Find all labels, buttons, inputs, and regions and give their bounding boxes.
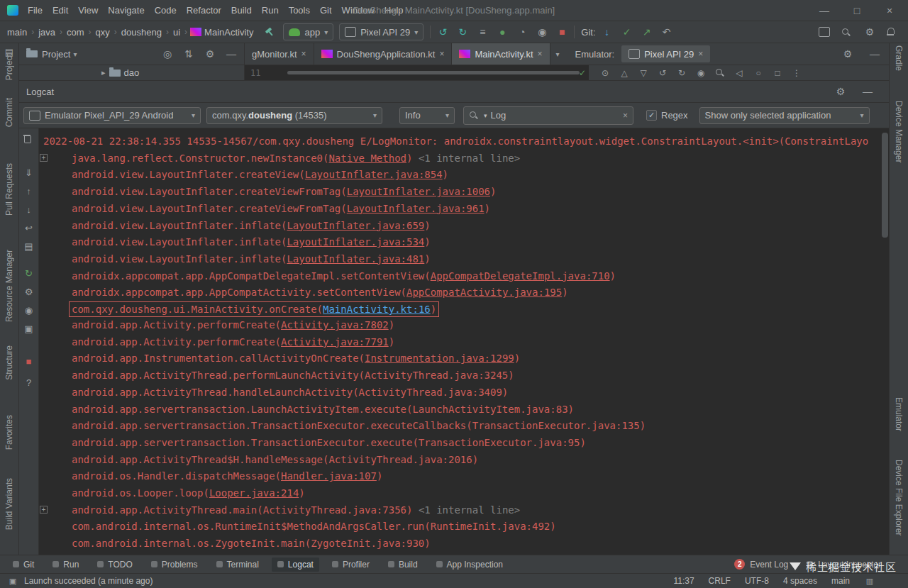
stack-frame-link[interactable]: LayoutInflater.java:659 (287, 220, 424, 231)
expand-trace-icon[interactable]: + (40, 506, 48, 514)
line-ending-widget[interactable]: CRLF (709, 576, 731, 586)
hide-panel-icon[interactable]: — (226, 48, 237, 60)
clear-logcat-icon[interactable] (23, 134, 35, 143)
zoom-icon[interactable] (715, 68, 725, 78)
screen-record-icon[interactable]: ▣ (23, 323, 35, 335)
settings-gear-icon[interactable]: ⚙ (835, 86, 846, 97)
git-branch-widget[interactable]: main (831, 576, 850, 586)
back-icon[interactable]: ◁ (734, 68, 744, 78)
log-search-input[interactable]: ▾ Log × (463, 106, 633, 125)
breadcrumb-item[interactable]: com (65, 27, 86, 38)
breadcrumb-item[interactable]: main (6, 27, 28, 38)
apply-changes-icon[interactable]: ↻ (457, 26, 468, 38)
tool-button-profiler[interactable]: Profiler (326, 558, 375, 572)
volume-down-icon[interactable]: ▽ (638, 68, 648, 78)
up-stack-trace-icon[interactable]: ↑ (23, 186, 35, 197)
stack-frame-link[interactable]: Handler.java:107 (281, 470, 377, 482)
tool-button-build[interactable]: Build (382, 558, 423, 572)
kotlin-file-icon[interactable] (190, 28, 201, 36)
tree-item-dao[interactable]: dao (124, 67, 140, 78)
search-everywhere-icon[interactable] (841, 28, 853, 37)
stop-icon[interactable]: ■ (23, 356, 35, 367)
inspections-ok-icon[interactable]: ✓ (579, 68, 586, 78)
tool-stripe-project[interactable]: Project (0, 54, 18, 80)
stack-frame-link[interactable]: Instrumentation.java:1299 (365, 353, 514, 364)
sync-project-icon[interactable]: ↺ (437, 26, 448, 38)
help-icon[interactable]: ? (23, 377, 35, 389)
stack-frame-link[interactable]: Native Method (328, 152, 406, 164)
editor-tab-mainactivity-kt[interactable]: MainActivity.kt× (452, 43, 550, 65)
build-hammer-icon[interactable] (265, 27, 276, 37)
attach-debugger-icon[interactable]: ◉ (536, 26, 548, 38)
scope-filter-select[interactable]: Show only selected application ▾ (699, 107, 870, 124)
minimize-button[interactable]: — (819, 5, 830, 16)
expand-trace-icon[interactable]: + (40, 154, 48, 162)
menu-run[interactable]: Run (257, 3, 284, 18)
breadcrumb-item[interactable]: ui (172, 27, 182, 38)
stack-frame-link[interactable]: AppCompatActivity.java:195 (406, 287, 562, 298)
git-commit-icon[interactable]: ✓ (621, 26, 633, 38)
close-tab-icon[interactable]: × (538, 49, 543, 59)
tool-stripe-build-variants[interactable]: Build Variants (0, 478, 18, 530)
stack-frame-link[interactable]: LayoutInflater.java:481 (287, 253, 424, 265)
close-tab-icon[interactable]: × (439, 49, 444, 59)
chevron-right-icon[interactable]: ▸ (101, 68, 106, 77)
tool-stripe-gradle[interactable]: Gradle (890, 45, 908, 71)
regex-checkbox[interactable]: ✓ (646, 110, 657, 121)
tool-stripe-pull-requests[interactable]: Pull Requests (0, 163, 18, 216)
menu-file[interactable]: File (23, 3, 48, 18)
stack-frame-link[interactable]: Activity.java:7802 (281, 319, 389, 331)
tool-button-app-inspection[interactable]: App Inspection (431, 558, 509, 572)
tool-stripe-structure[interactable]: Structure (0, 345, 18, 380)
print-icon[interactable]: ▤ (23, 241, 35, 253)
tool-button-logcat[interactable]: Logcat (272, 558, 319, 572)
menu-view[interactable]: View (73, 3, 103, 18)
event-log-button[interactable]: 2 Event Log (734, 559, 788, 570)
debug-icon[interactable]: ● (497, 26, 508, 38)
breadcrumb-item[interactable]: java (37, 27, 57, 38)
status-icon[interactable]: ▣ (7, 575, 18, 587)
rotate-left-icon[interactable]: ↺ (658, 68, 668, 78)
indent-widget[interactable]: 4 spaces (783, 576, 817, 586)
close-button[interactable]: × (884, 5, 895, 16)
tool-stripe-commit[interactable]: Commit (0, 98, 18, 127)
hide-panel-icon[interactable]: — (869, 48, 880, 60)
stack-frame-link[interactable]: LayoutInflater.java:534 (287, 236, 424, 248)
editor-tab-doushengapplication-kt[interactable]: DouShengApplication.kt× (314, 43, 453, 65)
editor-scrollbar[interactable] (287, 71, 580, 74)
clear-search-icon[interactable]: × (623, 111, 628, 121)
kotlin-file-icon[interactable] (321, 50, 333, 58)
stack-frame-link[interactable]: LayoutInflater.java:961 (347, 203, 485, 214)
git-rollback-icon[interactable]: ↶ (661, 26, 672, 38)
stack-frame-link[interactable]: Looper.java:214 (209, 487, 299, 499)
regex-option[interactable]: ✓ Regex (646, 110, 688, 121)
tool-button-git[interactable]: Git (7, 558, 40, 572)
scroll-to-end-icon[interactable]: ⇓ (23, 167, 35, 179)
breadcrumb-item[interactable]: dousheng (120, 27, 163, 38)
stack-frame-link[interactable]: AppCompatDelegateImpl.java:710 (431, 270, 610, 282)
chevron-down-icon[interactable]: ▾ (73, 50, 77, 58)
stack-frame-link[interactable]: LayoutInflater.java:854 (305, 169, 443, 180)
rotate-right-icon[interactable]: ↻ (677, 68, 687, 78)
logcat-settings-icon[interactable]: ⚙ (23, 287, 35, 298)
soft-wrap-icon[interactable]: ↩ (23, 223, 35, 234)
scrollbar-thumb[interactable] (882, 133, 888, 238)
stop-icon[interactable]: ■ (556, 26, 568, 38)
project-panel-title[interactable]: Project (42, 49, 70, 60)
tool-stripe-device-file-explorer[interactable]: Device File Explorer (890, 460, 908, 536)
run-configuration-select[interactable]: app ▾ (283, 23, 333, 40)
close-tab-icon[interactable]: × (698, 49, 703, 59)
more-options-icon[interactable]: ⋮ (792, 68, 802, 78)
menu-navigate[interactable]: Navigate (103, 3, 149, 18)
run-configurations-icon[interactable]: ≡ (477, 26, 488, 38)
emulator-tab[interactable]: Pixel API 29 × (621, 45, 710, 62)
settings-gear-icon[interactable]: ⚙ (864, 26, 875, 38)
settings-gear-icon[interactable]: ⚙ (204, 48, 216, 60)
tool-button-terminal[interactable]: Terminal (211, 558, 265, 572)
home-icon[interactable]: ○ (753, 68, 763, 78)
log-level-select[interactable]: Info ▾ (399, 107, 455, 124)
screenshot-icon[interactable]: ◉ (23, 305, 35, 316)
tool-button-problems[interactable]: Problems (145, 558, 204, 572)
editor-tab-gmonitor-kt[interactable]: gMonitor.kt× (245, 43, 314, 65)
device-filter-select[interactable]: Emulator Pixel_API_29 Android ▾ (23, 107, 201, 124)
